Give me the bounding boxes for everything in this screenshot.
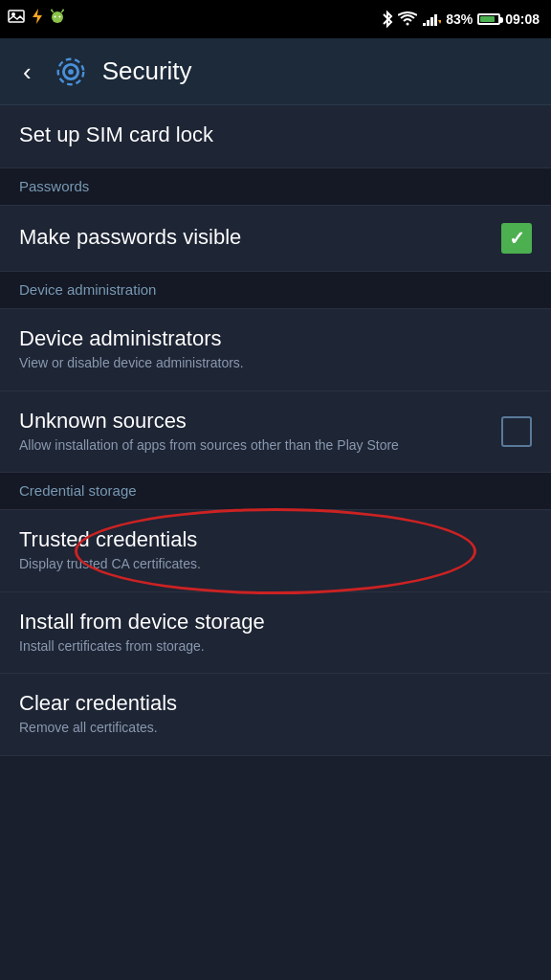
svg-point-9 xyxy=(62,10,64,11)
make-passwords-visible-text: Make passwords visible xyxy=(19,225,501,253)
passwords-section-header: Passwords xyxy=(0,168,551,206)
svg-rect-10 xyxy=(423,23,426,26)
install-from-storage-title: Install from device storage xyxy=(19,610,532,635)
svg-rect-0 xyxy=(9,11,24,22)
trusted-credentials-wrapper: Trusted credentials Display trusted CA c… xyxy=(0,510,551,592)
clear-credentials-item[interactable]: Clear credentials Remove all certificate… xyxy=(0,674,551,756)
svg-rect-12 xyxy=(430,17,433,26)
install-from-storage-item[interactable]: Install from device storage Install cert… xyxy=(0,592,551,675)
unknown-sources-checkbox[interactable] xyxy=(501,416,532,447)
make-passwords-visible-item[interactable]: Make passwords visible xyxy=(0,206,551,272)
credential-storage-section-label: Credential storage xyxy=(19,482,137,499)
security-gear-icon xyxy=(53,54,89,90)
install-from-storage-subtitle: Install certificates from storage. xyxy=(19,637,532,657)
clear-credentials-text: Clear credentials Remove all certificate… xyxy=(19,691,532,738)
svg-marker-14 xyxy=(438,20,441,24)
photo-icon xyxy=(8,10,25,23)
sim-card-lock-item[interactable]: Set up SIM card lock xyxy=(0,105,551,168)
unknown-sources-item[interactable]: Unknown sources Allow installation of ap… xyxy=(0,391,551,474)
make-passwords-visible-title: Make passwords visible xyxy=(19,225,501,250)
device-administrators-text: Device administrators View or disable de… xyxy=(19,326,532,373)
trusted-credentials-title: Trusted credentials xyxy=(19,527,532,552)
settings-content: Set up SIM card lock Passwords Make pass… xyxy=(0,105,551,980)
device-administrators-subtitle: View or disable device administrators. xyxy=(19,354,532,373)
device-admin-section-label: Device administration xyxy=(19,281,156,298)
device-administrators-title: Device administrators xyxy=(19,326,532,351)
status-bar: 83% 09:08 xyxy=(0,0,551,38)
unknown-sources-text: Unknown sources Allow installation of ap… xyxy=(19,409,501,456)
make-passwords-checkbox[interactable] xyxy=(501,223,532,254)
trusted-credentials-item[interactable]: Trusted credentials Display trusted CA c… xyxy=(0,510,551,592)
unknown-sources-title: Unknown sources xyxy=(19,409,501,434)
svg-rect-13 xyxy=(434,14,437,26)
charge-icon xyxy=(31,8,44,25)
sim-card-lock-text: Set up SIM card lock xyxy=(19,122,532,150)
page-title: Security xyxy=(102,56,192,86)
credential-storage-section-header: Credential storage xyxy=(0,473,551,510)
install-from-storage-text: Install from device storage Install cert… xyxy=(19,610,532,657)
device-administrators-item[interactable]: Device administrators View or disable de… xyxy=(0,309,551,391)
svg-rect-11 xyxy=(427,20,430,26)
signal-icon xyxy=(422,11,441,27)
android-icon xyxy=(50,8,65,25)
battery-percent: 83% xyxy=(446,11,473,27)
svg-point-8 xyxy=(51,10,53,11)
trusted-credentials-text: Trusted credentials Display trusted CA c… xyxy=(19,527,532,574)
clear-credentials-subtitle: Remove all certificates. xyxy=(19,719,532,738)
unknown-sources-subtitle: Allow installation of apps from sources … xyxy=(19,436,501,456)
clock: 09:08 xyxy=(505,11,540,27)
device-admin-section-header: Device administration xyxy=(0,272,551,309)
svg-point-4 xyxy=(55,16,56,18)
back-button[interactable]: ‹ xyxy=(15,56,39,88)
svg-point-3 xyxy=(52,11,63,23)
sim-card-lock-title: Set up SIM card lock xyxy=(19,122,532,147)
passwords-section-label: Passwords xyxy=(19,178,89,194)
wifi-icon xyxy=(398,11,417,27)
status-icons: 83% 09:08 xyxy=(382,11,540,28)
bluetooth-icon xyxy=(382,11,393,28)
svg-point-17 xyxy=(68,69,74,75)
svg-point-5 xyxy=(59,16,61,18)
svg-marker-2 xyxy=(33,9,42,24)
trusted-credentials-subtitle: Display trusted CA certificates. xyxy=(19,555,532,574)
action-bar: ‹ Security xyxy=(0,38,551,105)
clear-credentials-title: Clear credentials xyxy=(19,691,532,716)
battery-icon xyxy=(477,13,500,25)
